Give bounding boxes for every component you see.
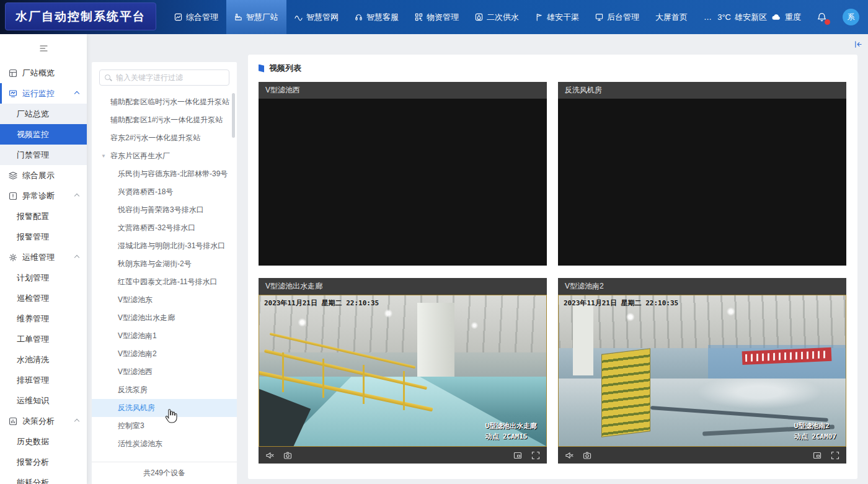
device-list-item[interactable]: 秋朗东路与金湖街-2号 xyxy=(92,255,237,273)
device-list-item[interactable]: 兴贤路桥西-18号 xyxy=(92,183,237,201)
scene-post xyxy=(363,365,365,404)
device-list-item[interactable]: 活性炭滤池东 xyxy=(92,435,237,453)
topnav-item-label: 二次供水 xyxy=(487,12,519,23)
sidebar-item[interactable]: 决策分析 xyxy=(0,411,87,431)
sidebar-item[interactable]: 水池清洗 xyxy=(0,349,87,370)
sidebar-item[interactable]: 计划管理 xyxy=(0,267,87,288)
sidebar-item[interactable]: 门禁管理 xyxy=(0,145,87,165)
topnav-item[interactable]: 大屏首页 xyxy=(647,0,696,34)
sidebar-item[interactable]: 历史数据 xyxy=(0,431,87,452)
sidebar-item[interactable]: 综合展示 xyxy=(0,165,87,186)
avatar[interactable]: 系 xyxy=(843,9,859,25)
expand-panel-icon[interactable] xyxy=(854,40,862,48)
sidebar-item[interactable]: 维养管理 xyxy=(0,308,87,329)
topnav-item[interactable]: 智慧客服 xyxy=(347,0,407,34)
topnav-status: 3°C 雄安新区 重度 系 xyxy=(717,0,859,34)
device-list-item[interactable]: V型滤池西 xyxy=(92,363,237,381)
device-list-item[interactable]: V型滤池南2 xyxy=(92,345,237,363)
app-logo: 水厂自动控制系统平台 xyxy=(5,2,156,30)
sidebar-item[interactable]: 异常诊断 xyxy=(0,186,87,206)
device-list-item[interactable]: V型滤池出水走廊 xyxy=(92,309,237,327)
topnav-item-label: 综合管理 xyxy=(186,12,218,23)
water-icon xyxy=(475,13,483,21)
overview-icon xyxy=(9,69,17,78)
device-list-item-label: 辅助配套区临时污水一体化提升泵站 xyxy=(110,97,229,107)
device-list-item[interactable]: 文营路桥西-32号排水口 xyxy=(92,219,237,237)
sidebar-item-label: 厂站总览 xyxy=(17,109,49,120)
fullscreen-icon[interactable] xyxy=(531,451,540,460)
headset-icon xyxy=(355,13,363,21)
alert-icon xyxy=(9,192,17,200)
sidebar-item[interactable]: 运行监控 xyxy=(0,83,87,104)
device-list-item[interactable]: V型滤池南1 xyxy=(92,327,237,345)
device-list-item[interactable]: 湿城北路与明朗北街-31号排水口 xyxy=(92,237,237,255)
topnav-item[interactable]: 智慧厂站 xyxy=(226,0,286,34)
sidebar: 厂站概览运行监控厂站总览视频监控门禁管理综合展示异常诊断报警配置报警管理运维管理… xyxy=(0,34,87,484)
device-list-item-label: V型滤池南2 xyxy=(118,349,157,359)
sidebar-item[interactable]: 报警分析 xyxy=(0,452,87,472)
topnav-item[interactable]: 二次供水 xyxy=(467,0,527,34)
device-list-item[interactable]: 辅助配套区1#污水一体化提升泵站 xyxy=(92,111,237,129)
snapshot-icon[interactable] xyxy=(283,451,292,460)
sidebar-item-label: 工单管理 xyxy=(17,334,49,345)
sidebar-item[interactable]: 厂站概览 xyxy=(0,63,87,83)
sidebar-item[interactable]: 能耗分析 xyxy=(0,472,87,484)
topnav-item[interactable]: 后台管理 xyxy=(587,0,647,34)
sidebar-item-label: 历史数据 xyxy=(17,436,49,447)
sidebar-item-label: 视频监控 xyxy=(17,129,49,140)
topnav-item[interactable]: 智慧管网 xyxy=(286,0,347,34)
section-icon xyxy=(259,65,264,73)
region-label: 雄安新区 xyxy=(735,12,767,23)
sidebar-item[interactable]: 视频监控 xyxy=(0,124,87,145)
device-list-item[interactable]: 容东2#污水一体化提升泵站 xyxy=(92,129,237,147)
fullscreen-icon[interactable] xyxy=(831,451,839,460)
sidebar-item[interactable]: 工单管理 xyxy=(0,329,87,349)
sidebar-item[interactable]: 报警配置 xyxy=(0,206,87,226)
topnav-item[interactable]: 物资管理 xyxy=(407,0,467,34)
device-list-item-label: 乐民街与容德东路-北部林带-39号 xyxy=(118,169,228,179)
layers-icon xyxy=(9,171,17,180)
topnav-item-label: 智慧厂站 xyxy=(246,12,278,23)
device-list-item-label: 辅助配套区1#污水一体化提升泵站 xyxy=(110,115,223,125)
scrollbar-thumb[interactable] xyxy=(232,93,235,138)
topnav-item[interactable]: 雄安干渠 xyxy=(527,0,587,34)
sidebar-item[interactable]: 排班管理 xyxy=(0,370,87,390)
video-frame-offline[interactable] xyxy=(558,99,846,266)
volume-muted-icon[interactable] xyxy=(565,451,574,460)
sidebar-item[interactable]: 运维管理 xyxy=(0,247,87,267)
sidebar-item-label: 决策分析 xyxy=(22,416,55,427)
video-title: V型滤池西 xyxy=(265,85,300,96)
video-title-bar: V型滤池南2 xyxy=(558,278,846,295)
sidebar-item[interactable]: 巡检管理 xyxy=(0,288,87,308)
snapshot-icon[interactable] xyxy=(583,451,591,460)
video-osd: U型滤池南2动点 2CAM07 xyxy=(794,421,836,442)
sidebar-item[interactable]: 厂站总览 xyxy=(0,104,87,124)
bell-icon[interactable] xyxy=(817,12,826,22)
device-list-item[interactable]: 反洗泵房 xyxy=(92,381,237,399)
video-frame[interactable]: 2023年11月21日 星期二 22:10:35U型滤池南2动点 2CAM07 xyxy=(558,295,846,447)
pipe-icon xyxy=(294,13,303,21)
notification-dot xyxy=(825,19,830,25)
volume-muted-icon[interactable] xyxy=(265,451,274,460)
sidebar-item[interactable]: 报警管理 xyxy=(0,226,87,247)
pip-icon[interactable] xyxy=(813,451,822,460)
collapse-sidebar-icon[interactable] xyxy=(0,34,87,63)
air-quality-label: 重度 xyxy=(785,12,801,23)
device-list-item[interactable]: 反洗风机房 xyxy=(92,399,237,417)
device-list-item[interactable]: 控制室3 xyxy=(92,417,237,435)
device-list-item[interactable]: V型滤池东 xyxy=(92,291,237,309)
video-frame[interactable]: 2023年11月21日 星期二 22:10:35U型滤池出水走廊动点 2CAM1… xyxy=(259,295,547,447)
device-list-item[interactable]: 辅助配套区临时污水一体化提升泵站 xyxy=(92,93,237,111)
sidebar-item-label: 能耗分析 xyxy=(17,477,49,484)
device-list-item[interactable]: ▼容东片区再生水厂 xyxy=(92,147,237,165)
topnav-item[interactable]: … xyxy=(696,0,720,34)
sidebar-item-label: 水池清洗 xyxy=(17,354,49,365)
search-input[interactable] xyxy=(116,73,224,82)
topnav-item[interactable]: 综合管理 xyxy=(166,0,226,34)
video-frame-offline[interactable] xyxy=(259,99,547,266)
pip-icon[interactable] xyxy=(513,451,522,460)
sidebar-item[interactable]: 运维知识 xyxy=(0,390,87,411)
device-list-item[interactable]: 红莲中园泰文北路-11号排水口 xyxy=(92,273,237,291)
device-list-item[interactable]: 乐民街与容德东路-北部林带-39号 xyxy=(92,165,237,183)
device-list-item[interactable]: 悦容街与善荣路3号排水口 xyxy=(92,201,237,219)
